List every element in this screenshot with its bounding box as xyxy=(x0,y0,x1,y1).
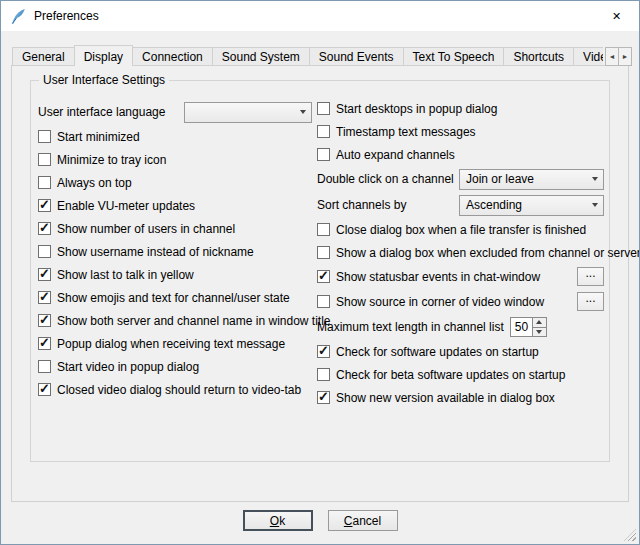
checkbox-row[interactable]: Show number of users in channel xyxy=(38,217,312,240)
checkbox-label[interactable]: Start minimized xyxy=(57,130,140,144)
checkbox[interactable] xyxy=(38,337,51,350)
checkbox-row[interactable]: Show new version available in dialog box xyxy=(317,386,604,409)
checkbox-row[interactable]: Check for beta software updates on start… xyxy=(317,363,604,386)
tab-display[interactable]: Display xyxy=(74,45,133,66)
checkbox-label[interactable]: Check for software updates on startup xyxy=(336,345,539,359)
checkbox-label[interactable]: Show statusbar events in chat-window xyxy=(336,270,540,284)
checkbox[interactable] xyxy=(38,176,51,189)
checkbox-label[interactable]: Enable VU-meter updates xyxy=(57,199,195,213)
checkbox-label[interactable]: Always on top xyxy=(57,176,132,190)
tab-sound-system[interactable]: Sound System xyxy=(212,47,310,66)
checkbox-label[interactable]: Timestamp text messages xyxy=(336,125,476,139)
checkbox-row[interactable]: Always on top xyxy=(38,171,312,194)
checkbox-label[interactable]: Show both server and channel name in win… xyxy=(57,314,331,328)
checkbox-row[interactable]: Show last to talk in yellow xyxy=(38,263,312,286)
left-column: User interface language Start minimized … xyxy=(38,95,312,401)
sort-channels-combo[interactable]: Ascending xyxy=(459,195,604,216)
checkbox-row[interactable]: Start minimized xyxy=(38,125,312,148)
checkbox-row[interactable]: Show a dialog box when excluded from cha… xyxy=(317,241,604,264)
video-source-more-button[interactable]: ... xyxy=(577,292,604,311)
display-tab-pane: User Interface Settings User interface l… xyxy=(11,65,629,502)
checkbox[interactable] xyxy=(317,246,330,259)
checkbox-label[interactable]: Popup dialog when receiving text message xyxy=(57,337,285,351)
checkbox-row[interactable]: Enable VU-meter updates xyxy=(38,194,312,217)
checkbox-label[interactable]: Start video in popup dialog xyxy=(57,360,199,374)
checkbox[interactable] xyxy=(38,291,51,304)
checkbox[interactable] xyxy=(317,223,330,236)
checkbox-label[interactable]: Show number of users in channel xyxy=(57,222,235,236)
ok-button[interactable]: Ok xyxy=(243,510,313,531)
checkbox[interactable] xyxy=(317,270,330,283)
checkbox-row[interactable]: Start video in popup dialog xyxy=(38,355,312,378)
checkbox[interactable] xyxy=(317,345,330,358)
checkbox[interactable] xyxy=(38,130,51,143)
close-button[interactable]: ✕ xyxy=(594,1,639,31)
checkbox[interactable] xyxy=(317,148,330,161)
double-click-combo[interactable]: Join or leave xyxy=(459,169,604,190)
cancel-button[interactable]: Cancel xyxy=(328,510,398,531)
checkbox-label[interactable]: Show source in corner of video window xyxy=(336,295,544,309)
spinner-buttons xyxy=(532,317,547,337)
checkbox-row[interactable]: Closed video dialog should return to vid… xyxy=(38,378,312,401)
checkbox-row[interactable]: Close dialog box when a file transfer is… xyxy=(317,218,604,241)
checkbox[interactable] xyxy=(38,314,51,327)
checkbox-row[interactable]: Timestamp text messages xyxy=(317,120,604,143)
checkbox[interactable] xyxy=(317,102,330,115)
checkbox-row[interactable]: Show both server and channel name in win… xyxy=(38,309,312,332)
checkbox-label[interactable]: Show a dialog box when excluded from cha… xyxy=(336,246,640,260)
tab-sound-events[interactable]: Sound Events xyxy=(309,47,404,66)
tab-connection[interactable]: Connection xyxy=(132,47,213,66)
tab-video[interactable]: Video xyxy=(573,47,603,66)
checkbox-row[interactable]: Auto expand channels xyxy=(317,143,604,166)
checkbox[interactable] xyxy=(38,153,51,166)
checkbox-row[interactable]: Check for software updates on startup xyxy=(317,340,604,363)
language-label: User interface language xyxy=(38,105,165,119)
max-text-length-row: Maximum text length in channel list 50 xyxy=(317,314,604,340)
checkbox-row[interactable]: Popup dialog when receiving text message xyxy=(38,332,312,355)
checkbox[interactable] xyxy=(317,125,330,138)
titlebar: Preferences ✕ xyxy=(1,1,639,31)
checkbox-label[interactable]: Show emojis and text for channel/user st… xyxy=(57,291,290,305)
checkbox-label[interactable]: Minimize to tray icon xyxy=(57,153,166,167)
group-title: User Interface Settings xyxy=(39,73,169,87)
double-click-row: Double click on a channel Join or leave xyxy=(317,166,604,192)
checkbox-row[interactable]: Start desktops in popup dialog xyxy=(317,97,604,120)
checkbox[interactable] xyxy=(38,360,51,373)
checkbox[interactable] xyxy=(38,199,51,212)
checkbox-label[interactable]: Closed video dialog should return to vid… xyxy=(57,383,301,397)
checkbox-label[interactable]: Show last to talk in yellow xyxy=(57,268,194,282)
tab-scroll-left-icon[interactable]: ◄ xyxy=(605,47,619,66)
combo-value: Join or leave xyxy=(466,172,534,186)
checkbox[interactable] xyxy=(38,383,51,396)
statusbar-events-row[interactable]: Show statusbar events in chat-window ... xyxy=(317,264,604,289)
language-row: User interface language xyxy=(38,99,312,125)
checkbox[interactable] xyxy=(317,368,330,381)
checkbox-row[interactable]: Minimize to tray icon xyxy=(38,148,312,171)
checkbox[interactable] xyxy=(317,295,330,308)
checkbox[interactable] xyxy=(317,391,330,404)
checkbox-label[interactable]: Check for beta software updates on start… xyxy=(336,368,565,382)
checkbox-label[interactable]: Show new version available in dialog box xyxy=(336,391,555,405)
spin-up-icon[interactable] xyxy=(533,318,546,327)
tab-shortcuts[interactable]: Shortcuts xyxy=(503,47,574,66)
checkbox-label[interactable]: Show username instead of nickname xyxy=(57,245,254,259)
spin-down-icon[interactable] xyxy=(533,327,546,337)
chevron-down-icon xyxy=(586,170,603,189)
tab-scroll-right-icon[interactable]: ► xyxy=(618,47,632,66)
checkbox-label[interactable]: Auto expand channels xyxy=(336,148,455,162)
checkbox[interactable] xyxy=(38,268,51,281)
spinner-value[interactable]: 50 xyxy=(510,317,532,337)
checkbox-row[interactable]: Show username instead of nickname xyxy=(38,240,312,263)
checkbox[interactable] xyxy=(38,245,51,258)
tab-text-to-speech[interactable]: Text To Speech xyxy=(403,47,505,66)
checkbox-label[interactable]: Close dialog box when a file transfer is… xyxy=(336,223,586,237)
video-source-row[interactable]: Show source in corner of video window ..… xyxy=(317,289,604,314)
statusbar-events-more-button[interactable]: ... xyxy=(577,267,604,286)
checkbox-label[interactable]: Start desktops in popup dialog xyxy=(336,102,497,116)
double-click-label: Double click on a channel xyxy=(317,172,454,186)
checkbox[interactable] xyxy=(38,222,51,235)
max-text-length-spinner[interactable]: 50 xyxy=(510,317,547,337)
checkbox-row[interactable]: Show emojis and text for channel/user st… xyxy=(38,286,312,309)
language-combo[interactable] xyxy=(184,102,312,123)
tab-general[interactable]: General xyxy=(12,47,75,66)
